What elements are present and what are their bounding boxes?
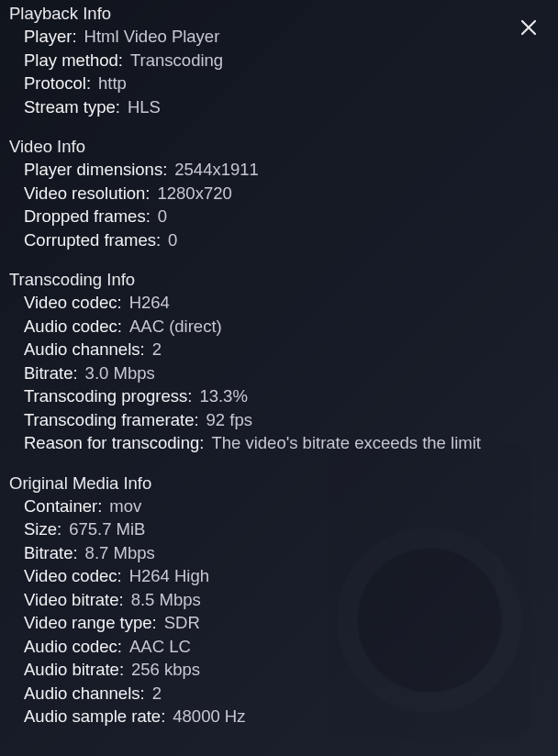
row-reason: Reason for transcodingThe video's bitrat… xyxy=(9,431,549,455)
row-corrupted-frames: Corrupted frames0 xyxy=(9,228,549,252)
label: Audio bitrate xyxy=(24,658,124,682)
row-video-codec: Video codecH264 xyxy=(9,291,549,315)
value: 2 xyxy=(152,338,162,361)
close-button[interactable] xyxy=(516,17,541,42)
section-playback-info: Playback Info PlayerHtml Video Player Pl… xyxy=(9,4,549,118)
value: SDR xyxy=(164,611,200,635)
playback-info-overlay: Playback Info PlayerHtml Video Player Pl… xyxy=(0,0,558,756)
label: Audio channels xyxy=(24,682,145,706)
value: 256 kbps xyxy=(131,658,200,682)
label: Container xyxy=(24,495,102,518)
label: Video resolution xyxy=(24,182,150,206)
row-bitrate: Bitrate3.0 Mbps xyxy=(9,361,549,385)
label: Size xyxy=(24,517,61,541)
label: Video range type xyxy=(24,611,157,635)
label: Audio codec xyxy=(24,315,122,339)
close-icon xyxy=(518,17,540,42)
section-video-info: Video Info Player dimensions2544x1911 Vi… xyxy=(9,137,549,251)
row-audio-codec: Audio codecAAC LC xyxy=(9,635,549,659)
row-audio-channels: Audio channels2 xyxy=(9,682,549,706)
value: H264 xyxy=(129,291,170,315)
label: Audio channels xyxy=(24,338,145,361)
value: H264 High xyxy=(129,564,209,588)
row-protocol: Protocolhttp xyxy=(9,72,549,95)
value: 675.7 MiB xyxy=(69,517,145,541)
row-size: Size675.7 MiB xyxy=(9,517,549,541)
value: 8.5 Mbps xyxy=(131,588,201,612)
value: Transcoding xyxy=(130,49,223,72)
label: Reason for transcoding xyxy=(24,431,204,455)
row-audio-codec: Audio codecAAC (direct) xyxy=(9,315,549,339)
section-title: Playback Info xyxy=(9,4,549,24)
row-video-range-type: Video range typeSDR xyxy=(9,611,549,635)
label: Protocol xyxy=(24,72,91,95)
row-audio-sample-rate: Audio sample rate48000 Hz xyxy=(9,705,549,728)
row-transcoding-framerate: Transcoding framerate92 fps xyxy=(9,408,549,432)
label: Audio sample rate xyxy=(24,705,165,728)
row-transcoding-progress: Transcoding progress13.3% xyxy=(9,384,549,408)
label: Corrupted frames xyxy=(24,228,161,252)
row-audio-channels: Audio channels2 xyxy=(9,338,549,361)
label: Video codec xyxy=(24,564,122,588)
value: 2 xyxy=(152,682,162,706)
label: Player xyxy=(24,25,77,49)
value: 1280x720 xyxy=(157,182,231,206)
label: Player dimensions xyxy=(24,158,167,182)
value: HLS xyxy=(128,95,161,119)
value: 3.0 Mbps xyxy=(85,361,155,385)
label: Bitrate xyxy=(24,361,78,385)
label: Transcoding framerate xyxy=(24,408,199,432)
label: Video codec xyxy=(24,291,122,315)
value: Html Video Player xyxy=(84,25,220,49)
label: Transcoding progress xyxy=(24,384,192,408)
section-transcoding-info: Transcoding Info Video codecH264 Audio c… xyxy=(9,270,549,455)
row-play-method: Play methodTranscoding xyxy=(9,49,549,72)
row-bitrate: Bitrate8.7 Mbps xyxy=(9,541,549,565)
label: Bitrate xyxy=(24,541,78,565)
row-stream-type: Stream typeHLS xyxy=(9,95,549,119)
value: 13.3% xyxy=(199,384,247,408)
row-dropped-frames: Dropped frames0 xyxy=(9,205,549,228)
value: mov xyxy=(109,495,141,518)
row-player-dimensions: Player dimensions2544x1911 xyxy=(9,158,549,182)
label: Video bitrate xyxy=(24,588,124,612)
label: Dropped frames xyxy=(24,205,151,228)
section-title: Video Info xyxy=(9,137,549,157)
value: AAC (direct) xyxy=(129,315,222,339)
row-player: PlayerHtml Video Player xyxy=(9,25,549,49)
label: Stream type xyxy=(24,95,120,119)
section-original-media-info: Original Media Info Containermov Size675… xyxy=(9,473,549,728)
value: 48000 Hz xyxy=(173,705,245,728)
label: Audio codec xyxy=(24,635,122,659)
value: http xyxy=(98,72,127,95)
row-video-resolution: Video resolution1280x720 xyxy=(9,182,549,206)
value: 92 fps xyxy=(206,408,252,432)
value: AAC LC xyxy=(129,635,191,659)
value: 0 xyxy=(158,205,167,228)
row-video-codec: Video codecH264 High xyxy=(9,564,549,588)
value: The video's bitrate exceeds the limit xyxy=(211,431,481,455)
value: 0 xyxy=(168,228,177,252)
label: Play method xyxy=(24,49,123,72)
row-video-bitrate: Video bitrate8.5 Mbps xyxy=(9,588,549,612)
value: 8.7 Mbps xyxy=(85,541,155,565)
value: 2544x1911 xyxy=(174,158,259,182)
row-audio-bitrate: Audio bitrate256 kbps xyxy=(9,658,549,682)
row-container: Containermov xyxy=(9,495,549,518)
section-title: Original Media Info xyxy=(9,473,549,494)
section-title: Transcoding Info xyxy=(9,270,549,290)
